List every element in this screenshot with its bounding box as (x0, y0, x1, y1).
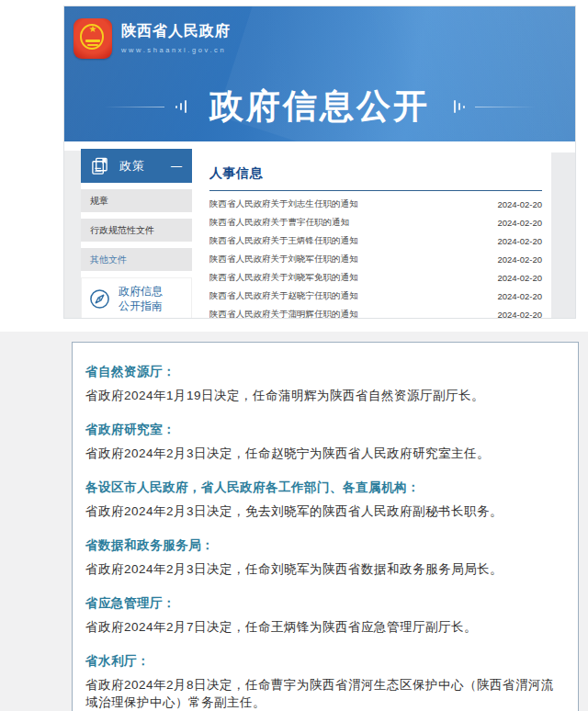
news-date: 2024-02-20 (497, 199, 542, 209)
news-row[interactable]: 陕西省人民政府关于刘晓军免职的通知 2024-02-20 (209, 268, 542, 287)
section-body: 省政府2024年1月19日决定，任命蒲明辉为陕西省自然资源厅副厅长。 (85, 387, 563, 404)
news-row[interactable]: 陕西省人民政府关于曹宇任职的通知 2024-02-20 (209, 213, 542, 231)
sidebar-header-policy[interactable]: 政策 — (81, 149, 192, 183)
site-banner: ★ 陕西省人民政府 www.shaanxi.gov.cn 政府信息公开 (64, 6, 575, 141)
document-section: 省政府研究室： 省政府2024年2月3日决定，任命赵晓宁为陕西省人民政府研究室主… (85, 422, 563, 462)
news-title-rule (209, 190, 542, 191)
page-gutter-right (551, 152, 575, 319)
news-date: 2024-02-20 (497, 273, 542, 283)
news-list: 陕西省人民政府关于刘志生任职的通知 2024-02-20 陕西省人民政府关于曹宇… (209, 195, 542, 319)
section-heading: 省应急管理厅： (85, 595, 563, 612)
document-section: 省自然资源厅： 省政府2024年1月19日决定，任命蒲明辉为陕西省自然资源厅副厅… (85, 364, 563, 404)
sidebar-link-disclosure-guide[interactable]: 政府信息公开指南 (81, 277, 192, 319)
news-row[interactable]: 陕西省人民政府关于蒲明辉任职的通知 2024-02-20 (209, 305, 542, 319)
section-body: 省政府2024年2月8日决定，任命曹宇为陕西省渭河生态区保护中心（陕西省渭河流域… (85, 676, 563, 711)
news-date: 2024-02-20 (497, 218, 542, 228)
website-screenshot: ★ 陕西省人民政府 www.shaanxi.gov.cn 政府信息公开 (63, 6, 576, 319)
news-panel: 人事信息 陕西省人民政府关于刘志生任职的通知 2024-02-20 陕西省人民政… (200, 152, 551, 319)
deco-line-right (475, 107, 536, 107)
national-emblem-icon: ★ (74, 18, 112, 59)
deco-ticks-right (452, 100, 466, 113)
section-body: 省政府2024年2月3日决定，免去刘晓军的陕西省人民政府副秘书长职务。 (85, 502, 563, 520)
deco-line-left (104, 107, 164, 107)
section-body: 省政府2024年2月7日决定，任命王炳锋为陕西省应急管理厅副厅长。 (85, 618, 563, 636)
site-url: www.shaanxi.gov.cn (121, 46, 231, 54)
section-body: 省政府2024年2月3日决定，任命赵晓宁为陕西省人民政府研究室主任。 (85, 445, 563, 462)
document-section: 省水利厅： 省政府2024年2月8日决定，任命曹宇为陕西省渭河生态区保护中心（陕… (85, 653, 563, 711)
news-date: 2024-02-20 (497, 291, 542, 301)
page-title: 政府信息公开 (209, 84, 430, 130)
deco-ticks-left (174, 100, 187, 113)
sidebar-item-other-documents[interactable]: 其他文件 (81, 248, 192, 271)
sidebar-item-regulations[interactable]: 规章 (81, 189, 192, 212)
sidebar: 政策 — 规章 行政规范性文件 其他文件 政府信息公开指南 (81, 149, 192, 319)
site-logo[interactable]: ★ 陕西省人民政府 www.shaanxi.gov.cn (74, 18, 231, 59)
appointment-document: 省自然资源厅： 省政府2024年1月19日决定，任命蒲明辉为陕西省自然资源厅副厅… (72, 342, 579, 711)
collapse-minus-icon[interactable]: — (171, 160, 182, 173)
news-row[interactable]: 陕西省人民政府关于王炳锋任职的通知 2024-02-20 (209, 231, 542, 250)
section-heading: 省政府研究室： (85, 422, 563, 438)
news-date: 2024-02-20 (497, 236, 542, 246)
site-name: 陕西省人民政府 (121, 22, 231, 41)
news-row[interactable]: 陕西省人民政府关于刘晓军任职的通知 2024-02-20 (209, 250, 542, 268)
section-heading: 省水利厅： (85, 653, 563, 670)
section-heading: 省数据和政务服务局： (85, 537, 563, 554)
document-section: 各设区市人民政府，省人民政府各工作部门、各直属机构： 省政府2024年2月3日决… (85, 480, 563, 520)
document-section: 省应急管理厅： 省政府2024年2月7日决定，任命王炳锋为陕西省应急管理厅副厅长… (85, 595, 563, 636)
section-heading: 各设区市人民政府，省人民政府各工作部门、各直属机构： (85, 480, 563, 496)
sidebar-link-label: 政府信息公开指南 (119, 284, 163, 313)
sidebar-header-label: 政策 (119, 158, 145, 175)
news-row[interactable]: 陕西省人民政府关于刘志生任职的通知 2024-02-20 (209, 195, 542, 213)
section-body: 省政府2024年2月3日决定，任命刘晓军为陕西省数据和政务服务局局长。 (85, 560, 563, 578)
page-gutter-left (64, 151, 81, 319)
document-section: 省数据和政务服务局： 省政府2024年2月3日决定，任命刘晓军为陕西省数据和政务… (85, 537, 563, 578)
news-date: 2024-02-20 (497, 254, 542, 265)
news-date: 2024-02-20 (497, 310, 542, 320)
policy-documents-icon (91, 157, 108, 175)
compass-icon (89, 288, 110, 310)
news-section-title: 人事信息 (209, 165, 542, 182)
section-heading: 省自然资源厅： (85, 364, 563, 380)
sidebar-item-administrative-documents[interactable]: 行政规范性文件 (81, 219, 192, 242)
news-row[interactable]: 陕西省人民政府关于赵晓宁任职的通知 2024-02-20 (209, 287, 542, 305)
